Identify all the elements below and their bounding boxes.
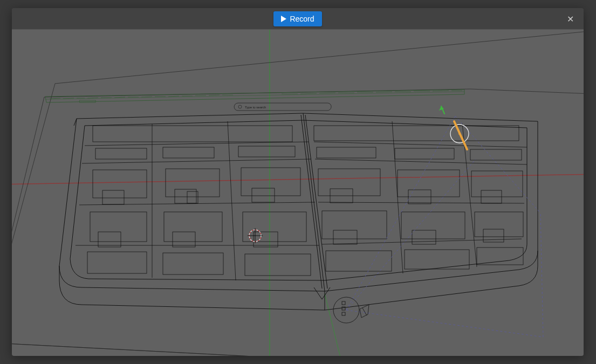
svg-line-10: [168, 96, 179, 97]
svg-line-85: [540, 213, 543, 337]
svg-rect-69: [471, 171, 523, 197]
svg-line-16: [300, 93, 317, 94]
svg-rect-75: [475, 212, 523, 237]
svg-rect-63: [314, 126, 519, 141]
svg-rect-76: [333, 230, 357, 244]
svg-rect-43: [241, 168, 300, 196]
svg-rect-79: [326, 251, 392, 271]
svg-rect-50: [243, 212, 306, 242]
svg-line-1: [50, 98, 60, 99]
svg-rect-55: [163, 253, 223, 274]
svg-line-13: [209, 95, 220, 95]
svg-rect-47: [252, 188, 275, 202]
wireframe-scene: Type to search: [12, 30, 584, 356]
svg-point-93: [458, 133, 461, 135]
svg-rect-48: [90, 212, 147, 242]
svg-rect-74: [401, 212, 465, 239]
svg-line-31: [85, 142, 309, 146]
close-icon: ✕: [567, 14, 574, 23]
svg-rect-80: [405, 250, 469, 269]
svg-line-4: [87, 98, 98, 98]
svg-rect-98: [342, 312, 345, 315]
svg-line-84: [346, 159, 476, 310]
light-gizmo: [439, 106, 469, 149]
viewport-3d[interactable]: Type to search: [12, 30, 584, 356]
svg-line-57: [314, 142, 527, 147]
svg-line-23: [433, 91, 449, 91]
svg-rect-78: [483, 229, 504, 242]
svg-rect-77: [412, 230, 436, 244]
svg-line-32: [82, 159, 311, 163]
svg-rect-40: [238, 146, 295, 157]
svg-rect-81: [477, 248, 523, 265]
svg-line-8: [141, 97, 152, 97]
axis-x: [12, 173, 584, 186]
svg-line-20: [376, 92, 392, 92]
play-icon: [281, 16, 286, 22]
svg-rect-65: [395, 148, 454, 159]
search-box-wire: Type to search: [234, 103, 331, 111]
svg-rect-51: [98, 232, 121, 247]
svg-rect-97: [342, 307, 345, 310]
svg-rect-52: [173, 232, 195, 247]
svg-rect-96: [342, 301, 345, 305]
svg-rect-39: [163, 147, 214, 158]
svg-rect-44: [102, 190, 124, 204]
svg-rect-66: [470, 149, 522, 160]
ground-plane-inner: [12, 89, 584, 356]
svg-rect-67: [318, 169, 380, 196]
panel-header: Record ✕: [12, 8, 584, 30]
svg-line-60: [322, 239, 522, 244]
record-button[interactable]: Record: [273, 11, 321, 26]
ground-plane: [12, 30, 584, 356]
svg-line-6: [114, 97, 125, 98]
svg-rect-37: [93, 126, 292, 142]
svg-line-17: [319, 93, 335, 93]
svg-line-83: [346, 310, 543, 337]
close-button[interactable]: ✕: [563, 11, 578, 26]
svg-line-36: [228, 121, 236, 280]
record-label: Record: [290, 15, 314, 23]
svg-rect-56: [245, 254, 311, 276]
ground-line: [325, 294, 353, 356]
svg-rect-73: [322, 211, 387, 239]
svg-rect-42: [166, 169, 220, 197]
svg-rect-68: [398, 170, 460, 197]
building-wireframe: [59, 113, 538, 310]
svg-rect-38: [95, 148, 147, 159]
svg-rect-53: [254, 232, 278, 247]
cursor-3d: [248, 228, 263, 243]
viewer-panel: Record ✕: [12, 8, 584, 356]
svg-rect-41: [93, 170, 147, 198]
search-placeholder-text: Type to search: [245, 106, 266, 109]
svg-point-27: [238, 105, 242, 108]
svg-line-99: [362, 308, 367, 315]
svg-rect-64: [317, 147, 376, 158]
svg-rect-54: [87, 252, 147, 273]
